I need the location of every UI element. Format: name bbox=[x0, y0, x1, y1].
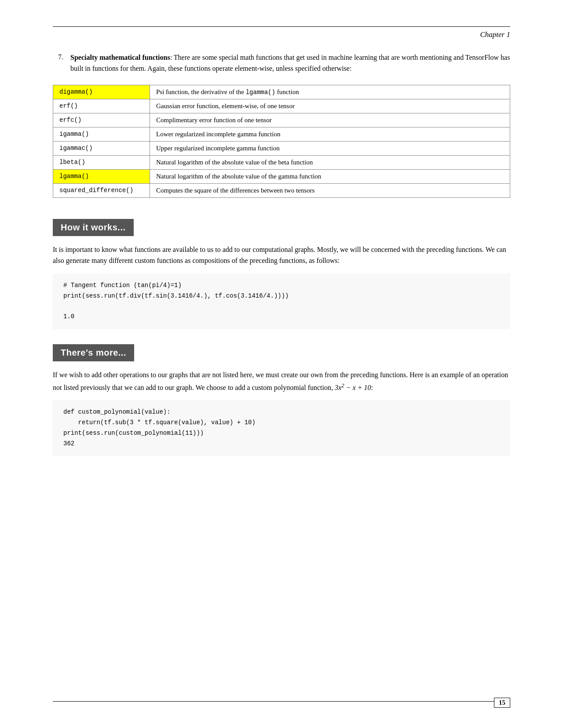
list-content: Specialty mathematical functions: There … bbox=[70, 52, 510, 74]
table-row: lbeta() Natural logarithm of the absolut… bbox=[53, 155, 510, 169]
func-cell: erfc() bbox=[53, 113, 150, 127]
table-row: digamma() Psi function, the derivative o… bbox=[53, 85, 510, 99]
theres-more-header: There's more... bbox=[53, 344, 134, 361]
table-row: igamma() Lower regularized incomplete ga… bbox=[53, 127, 510, 141]
list-number: 7. bbox=[53, 52, 63, 74]
func-cell: digamma() bbox=[53, 85, 150, 99]
func-cell: igammac() bbox=[53, 141, 150, 155]
desc-cell: Complimentary error function of one tens… bbox=[150, 113, 510, 127]
table-row: squared_difference() Computes the square… bbox=[53, 183, 510, 197]
top-rule bbox=[53, 26, 510, 27]
how-it-works-body: It is important to know what functions a… bbox=[53, 244, 510, 266]
theres-more-body: If we wish to add other operations to ou… bbox=[53, 369, 510, 393]
desc-cell: Psi function, the derivative of the lgam… bbox=[150, 85, 510, 99]
math-formula: 3x2 − x + 10 bbox=[335, 384, 371, 391]
table-row: lgamma() Natural logarithm of the absolu… bbox=[53, 169, 510, 183]
table-row: erfc() Complimentary error function of o… bbox=[53, 113, 510, 127]
list-item-7: 7. Specialty mathematical functions: The… bbox=[53, 52, 510, 74]
desc-cell: Natural logarithm of the absolute value … bbox=[150, 169, 510, 183]
chapter-header: Chapter 1 bbox=[53, 30, 510, 39]
page-container: Chapter 1 7. Specialty mathematical func… bbox=[0, 0, 563, 728]
how-it-works-code: # Tangent function (tan(pi/4)=1) print(s… bbox=[53, 273, 510, 329]
table-row: igammac() Upper regularized incomplete g… bbox=[53, 141, 510, 155]
func-cell: lbeta() bbox=[53, 155, 150, 169]
theres-more-body-part2: : bbox=[371, 384, 373, 391]
desc-cell: Natural logarithm of the absolute value … bbox=[150, 155, 510, 169]
theres-more-body-part1: If we wish to add other operations to ou… bbox=[53, 371, 508, 391]
desc-cell: Upper regularized incomplete gamma funct… bbox=[150, 141, 510, 155]
desc-cell: Gaussian error function, element-wise, o… bbox=[150, 99, 510, 113]
function-table: digamma() Psi function, the derivative o… bbox=[53, 85, 510, 198]
desc-cell: Computes the square of the differences b… bbox=[150, 183, 510, 197]
how-it-works-header: How it works... bbox=[53, 219, 134, 236]
list-title: Specialty mathematical functions bbox=[70, 54, 170, 61]
func-cell: lgamma() bbox=[53, 169, 150, 183]
func-cell: erf() bbox=[53, 99, 150, 113]
theres-more-code: def custom_polynomial(value): return(tf.… bbox=[53, 400, 510, 456]
func-cell: igamma() bbox=[53, 127, 150, 141]
func-cell: squared_difference() bbox=[53, 183, 150, 197]
bottom-rule bbox=[53, 701, 510, 702]
desc-cell: Lower regularized incomplete gamma funct… bbox=[150, 127, 510, 141]
table-row: erf() Gaussian error function, element-w… bbox=[53, 99, 510, 113]
chapter-label: Chapter 1 bbox=[480, 30, 510, 39]
page-number: 15 bbox=[494, 698, 510, 708]
